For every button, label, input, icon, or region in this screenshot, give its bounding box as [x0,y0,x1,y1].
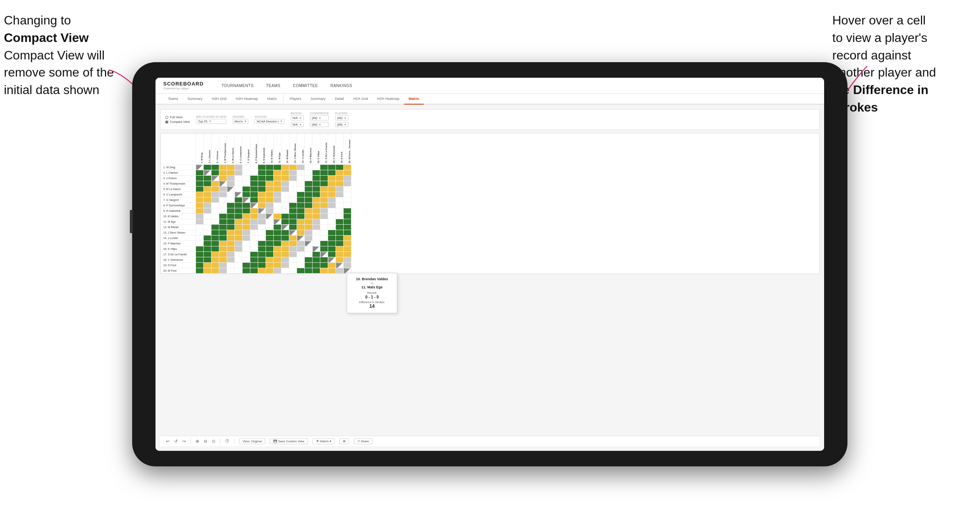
matrix-cell-14-1[interactable] [204,241,211,246]
matrix-cell-17-5[interactable] [235,257,243,263]
matrix-cell-12-16[interactable] [320,230,328,236]
matrix-cell-11-9[interactable] [266,225,274,230]
matrix-cell-14-13[interactable] [297,241,305,246]
matrix-cell-14-2[interactable] [211,241,219,246]
matrix-cell-19-12[interactable] [289,268,297,274]
matrix-cell-8-4[interactable] [227,208,235,214]
matrix-cell-5-10[interactable] [274,192,281,197]
matrix-cell-16-8[interactable] [258,252,266,257]
matrix-cell-4-0[interactable] [196,187,204,192]
matrix-cell-8-2[interactable] [211,208,219,214]
compact-view-radio[interactable] [165,120,168,124]
matrix-cell-3-5[interactable] [235,181,243,187]
matrix-cell-9-4[interactable] [227,214,235,219]
matrix-cell-14-6[interactable] [243,241,250,246]
matrix-cell-16-2[interactable] [211,252,219,257]
matrix-cell-12-13[interactable] [297,230,305,236]
matrix-cell-6-11[interactable] [281,197,289,203]
matrix-cell-18-15[interactable] [313,263,320,268]
matrix-cell-5-8[interactable] [258,192,266,197]
matrix-cell-12-10[interactable] [274,230,281,236]
matrix-cell-1-2[interactable] [211,170,219,176]
matrix-cell-6-15[interactable] [313,197,320,203]
matrix-cell-0-6[interactable] [243,165,250,170]
matrix-cell-19-10[interactable] [274,268,281,274]
matrix-cell-12-5[interactable] [235,230,243,236]
matrix-cell-2-15[interactable] [313,176,320,181]
matrix-cell-9-6[interactable] [243,214,250,219]
matrix-cell-2-12[interactable] [289,176,297,181]
matrix-cell-16-7[interactable] [250,252,258,257]
matrix-cell-15-11[interactable] [281,246,289,252]
matrix-cell-13-4[interactable] [227,236,235,241]
matrix-cell-8-9[interactable] [266,208,274,214]
matrix-cell-14-18[interactable] [336,241,344,246]
share-button[interactable]: ↗ Share [354,438,373,444]
matrix-cell-0-7[interactable] [250,165,258,170]
matrix-cell-18-8[interactable] [258,263,266,268]
nav-teams[interactable]: TEAMS [264,82,283,89]
subnav-summary1[interactable]: Summary [183,94,208,105]
matrix-cell-9-18[interactable] [336,214,344,219]
matrix-cell-14-9[interactable] [266,241,274,246]
matrix-cell-19-13[interactable] [297,268,305,274]
matrix-cell-1-8[interactable] [258,170,266,176]
matrix-cell-11-4[interactable] [227,225,235,230]
matrix-cell-2-16[interactable] [320,176,328,181]
matrix-cell-18-7[interactable] [250,263,258,268]
max-players-select[interactable]: Top 25 ▼ [196,119,226,124]
matrix-cell-12-6[interactable] [243,230,250,236]
matrix-cell-11-6[interactable] [243,225,250,230]
matrix-cell-10-17[interactable] [328,219,336,225]
matrix-cell-11-15[interactable] [313,225,320,230]
matrix-cell-11-1[interactable] [204,225,211,230]
matrix-cell-4-3[interactable] [219,187,227,192]
matrix-cell-14-3[interactable] [219,241,227,246]
matrix-cell-6-17[interactable] [328,197,336,203]
matrix-cell-15-18[interactable] [336,246,344,252]
matrix-cell-9-3[interactable] [219,214,227,219]
matrix-cell-17-16[interactable] [320,257,328,263]
matrix-cell-15-14[interactable] [305,246,313,252]
matrix-cell-16-14[interactable] [305,252,313,257]
matrix-cell-17-8[interactable] [258,257,266,263]
matrix-cell-11-14[interactable] [305,225,313,230]
matrix-cell-2-18[interactable] [336,176,344,181]
matrix-cell-2-1[interactable] [204,176,211,181]
matrix-cell-9-7[interactable] [250,214,258,219]
matrix-cell-19-6[interactable] [243,268,250,274]
matrix-cell-3-8[interactable] [258,181,266,187]
matrix-cell-10-3[interactable] [219,219,227,225]
matrix-cell-2-9[interactable] [266,176,274,181]
matrix-cell-9-12[interactable] [289,214,297,219]
matrix-cell-19-3[interactable] [219,268,227,274]
matrix-cell-15-17[interactable] [328,246,336,252]
matrix-cell-8-0[interactable] [196,208,204,214]
subnav-teams[interactable]: Teams [163,94,183,105]
matrix-cell-0-13[interactable] [297,165,305,170]
matrix-cell-11-7[interactable] [250,225,258,230]
matrix-cell-17-19[interactable] [344,257,351,263]
nav-rankings[interactable]: RANKINGS [328,82,355,89]
matrix-cell-4-18[interactable] [336,187,344,192]
matrix-cell-17-12[interactable] [289,257,297,263]
matrix-cell-19-18[interactable] [336,268,344,274]
matrix-cell-16-9[interactable] [266,252,274,257]
matrix-cell-3-17[interactable] [328,181,336,187]
matrix-cell-6-0[interactable] [196,197,204,203]
matrix-cell-19-17[interactable] [328,268,336,274]
matrix-cell-12-7[interactable] [250,230,258,236]
matrix-cell-0-11[interactable] [281,165,289,170]
matrix-cell-8-5[interactable] [235,208,243,214]
matrix-cell-2-11[interactable] [281,176,289,181]
subnav-h2hheatmap1[interactable]: H2H Heatmap [231,94,263,105]
matrix-cell-12-19[interactable] [344,230,351,236]
matrix-cell-6-8[interactable] [258,197,266,203]
search-icon[interactable]: ⊕ [196,439,199,444]
matrix-cell-8-16[interactable] [320,208,328,214]
matrix-cell-13-3[interactable] [219,236,227,241]
matrix-cell-18-1[interactable] [204,263,211,268]
matrix-cell-18-2[interactable] [211,263,219,268]
matrix-cell-15-3[interactable] [219,246,227,252]
matrix-cell-7-7[interactable] [250,203,258,208]
